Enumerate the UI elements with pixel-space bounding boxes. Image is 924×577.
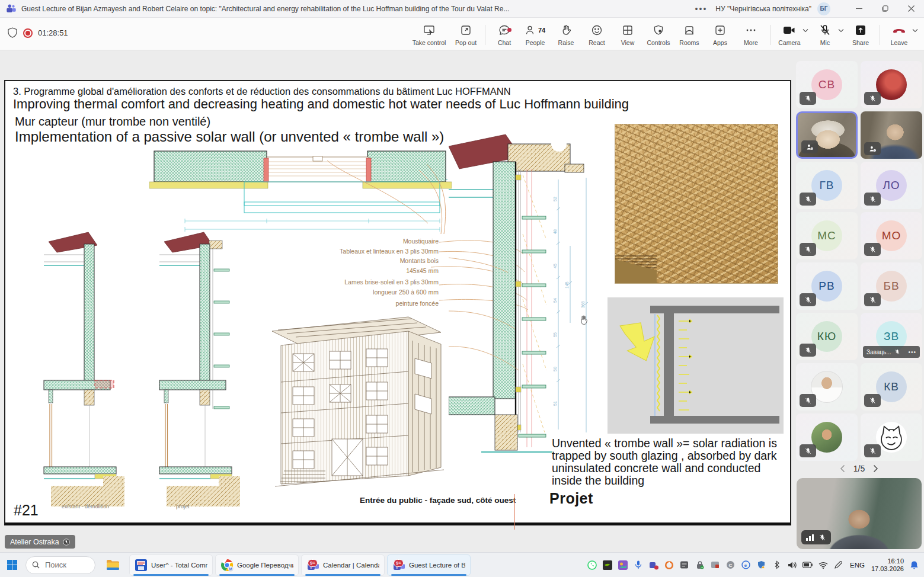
controls-icon: [653, 24, 664, 37]
participant-video-tile[interactable]: !: [861, 111, 922, 159]
meeting-timer: 01:28:51: [38, 28, 68, 37]
maximize-button[interactable]: [872, 0, 898, 18]
taskbar-search[interactable]: [25, 556, 95, 574]
take-control-icon: [423, 24, 436, 37]
slide-title-fr: 3. Programme global d'amélioration des c…: [13, 86, 511, 97]
camera-button[interactable]: Camera: [774, 20, 805, 46]
wifi-tray-icon[interactable]: [818, 560, 828, 570]
participant-tile[interactable]: [861, 413, 922, 461]
edge-sync-tray-icon[interactable]: e: [741, 560, 751, 570]
svg-text:?: ?: [811, 148, 812, 150]
participant-tile[interactable]: ЗВ Заваць... •••: [861, 313, 922, 360]
participant-tile[interactable]: [796, 363, 858, 411]
meeting-stage: 3. Programme global d'amélioration des c…: [0, 50, 924, 552]
recording-indicator-icon: [23, 28, 33, 38]
battery-tray-icon[interactable]: [802, 560, 813, 570]
rooms-button[interactable]: Rooms: [674, 20, 705, 46]
notes-tray-icon[interactable]: [679, 560, 689, 570]
camera-options-chevron-icon[interactable]: [802, 28, 808, 33]
participant-tile[interactable]: РВ: [796, 262, 858, 310]
controls-button[interactable]: Controls: [643, 20, 674, 46]
leave-button[interactable]: Leave: [884, 20, 915, 46]
divider-line: [514, 494, 515, 530]
pop-out-button[interactable]: Pop out: [450, 20, 481, 46]
participant-tile[interactable]: БВ: [861, 262, 922, 310]
wall-sections-drawing: [35, 228, 254, 507]
language-indicator[interactable]: ENG: [850, 562, 865, 569]
apps-icon: [714, 24, 726, 37]
mic-options-chevron-icon[interactable]: [838, 28, 844, 33]
taskbar-app-chrome-translate[interactable]: M Google Переводчик...: [215, 554, 299, 576]
apps-button[interactable]: Apps: [705, 20, 736, 46]
window-titlebar: Guest Lecture of Bijan Azmayesh and Robe…: [0, 0, 924, 18]
orange-ring-tray-icon[interactable]: [664, 560, 674, 570]
mic-muted-icon: [800, 344, 816, 357]
participant-tile[interactable]: [796, 413, 858, 461]
raise-hand-button[interactable]: Raise: [551, 20, 581, 46]
sync-tray-icon[interactable]: [710, 560, 720, 570]
hand-cursor-icon: [579, 315, 587, 325]
org-name: НУ "Чернігівська політехніка": [715, 5, 811, 13]
teams-tray-icon[interactable]: [648, 560, 658, 570]
chat-button[interactable]: Chat: [489, 20, 520, 46]
participants-pager: 1/5: [794, 464, 924, 473]
volume-tray-icon[interactable]: [787, 560, 797, 570]
file-explorer-icon[interactable]: [106, 559, 120, 570]
account-avatar[interactable]: БГ: [817, 2, 830, 15]
nvidia-tray-icon[interactable]: [602, 560, 612, 570]
mic-button[interactable]: Mic: [810, 20, 840, 46]
participant-tile[interactable]: КВ: [861, 363, 922, 411]
featured-participant-video[interactable]: [797, 478, 922, 549]
close-button[interactable]: [898, 0, 924, 18]
taskbar-clock[interactable]: 16:10 17.03.2026: [871, 557, 904, 573]
tile-more-icon[interactable]: •••: [908, 349, 916, 355]
participant-tile[interactable]: МО: [861, 212, 922, 259]
leave-options-chevron-icon[interactable]: [912, 28, 918, 33]
mic-muted-icon: [864, 92, 881, 105]
mic-muted-icon: [800, 293, 816, 306]
participant-tile[interactable]: СВ: [796, 61, 858, 108]
chat-notification-dot: [507, 28, 511, 32]
participant-video-tile-active-speaker[interactable]: ?: [796, 111, 858, 159]
mic-tray-icon[interactable]: [633, 560, 643, 570]
more-button[interactable]: More: [736, 20, 766, 46]
whatsapp-tray-icon[interactable]: [587, 560, 597, 570]
c-circle-tray-icon[interactable]: C: [725, 560, 736, 570]
pager-next-icon[interactable]: [873, 464, 878, 473]
titlebar-more-icon[interactable]: •••: [695, 4, 708, 14]
taskbar-app-teams-meeting[interactable]: T 9+ Guest Lecture of Bija...: [387, 554, 471, 576]
svg-text:C: C: [729, 563, 733, 568]
people-button[interactable]: 74 People: [520, 20, 551, 46]
react-button[interactable]: React: [581, 20, 612, 46]
total-commander-icon: [135, 559, 148, 572]
participant-tile[interactable]: МС: [796, 212, 858, 259]
pen-tray-icon[interactable]: [833, 560, 843, 570]
participant-tile[interactable]: ГВ: [796, 162, 858, 209]
pager-prev-icon[interactable]: [840, 464, 845, 473]
participant-tile[interactable]: КЮ: [796, 313, 858, 360]
windows-start-icon[interactable]: [7, 560, 17, 570]
presenter-name-pill[interactable]: Atelier Ostraka: [5, 535, 75, 549]
view-button[interactable]: View: [612, 20, 643, 46]
mic-muted-icon: [800, 444, 816, 457]
participants-panel: СВ ? ! ГВ ЛО МС МО РВ: [794, 50, 924, 552]
lock-tray-icon[interactable]: [695, 560, 705, 570]
taskbar-app-total-commander[interactable]: User^ - Total Comm...: [129, 554, 213, 576]
facade-perspective-drawing: [263, 299, 447, 495]
rooms-icon: [683, 24, 695, 37]
presenter-muted-icon: [63, 538, 70, 546]
notifications-bell-icon[interactable]: [909, 560, 919, 570]
participant-tile[interactable]: [861, 61, 922, 108]
bluetooth-tray-icon[interactable]: [772, 560, 782, 570]
share-button[interactable]: Share: [845, 20, 876, 46]
mic-muted-icon: [800, 193, 816, 206]
taskbar-app-teams-calendar[interactable]: T 9+ Calendar | Calendar | ...: [301, 554, 385, 576]
system-tray: C e ENG 16:10 17.03.2026: [587, 557, 924, 573]
security-warning-tray-icon[interactable]: [756, 560, 766, 570]
shared-presentation-slide: 3. Programme global d'amélioration des c…: [4, 80, 791, 525]
photos-tray-icon[interactable]: [618, 560, 628, 570]
participant-tile[interactable]: ЛО: [861, 162, 922, 209]
take-control-button[interactable]: Take control: [408, 20, 450, 46]
minimize-button[interactable]: [846, 0, 872, 18]
search-input[interactable]: [44, 560, 88, 570]
